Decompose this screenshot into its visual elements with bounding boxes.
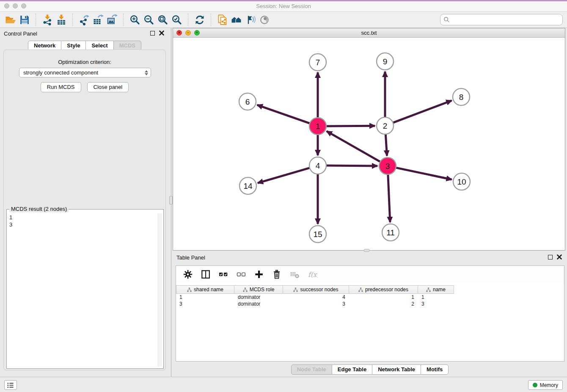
delete-icon[interactable] bbox=[272, 269, 283, 280]
edge-4-14[interactable] bbox=[258, 168, 310, 183]
column-type-icon bbox=[243, 287, 248, 292]
edge-3-10[interactable] bbox=[396, 168, 452, 179]
criterion-dropdown[interactable]: strongly connected component bbox=[19, 68, 151, 77]
tab-motifs[interactable]: Motifs bbox=[421, 364, 449, 375]
svg-text:f(x): f(x) bbox=[308, 271, 318, 279]
table-row[interactable]: 1dominator411 bbox=[176, 294, 454, 301]
horizontal-splitter-handle[interactable] bbox=[364, 249, 369, 252]
optimization-criterion-label: Optimization criterion: bbox=[4, 59, 165, 65]
column-type-icon bbox=[358, 287, 363, 292]
run-mcds-button[interactable]: Run MCDS bbox=[41, 82, 81, 92]
toolbar-separator bbox=[123, 14, 124, 26]
node-label-10: 10 bbox=[457, 177, 466, 186]
table-cell[interactable]: 1 bbox=[418, 294, 454, 301]
search-box[interactable] bbox=[440, 14, 563, 25]
edge-1-6[interactable] bbox=[257, 105, 310, 124]
function-builder-icon: f(x) bbox=[307, 269, 318, 280]
save-session-icon[interactable] bbox=[17, 13, 31, 27]
result-scrollbar[interactable] bbox=[158, 213, 162, 367]
open-session-icon[interactable] bbox=[3, 13, 17, 27]
tab-edge-table[interactable]: Edge Table bbox=[332, 364, 372, 375]
network-window-titlebar[interactable]: ✕ − + scc.txt bbox=[173, 28, 565, 38]
float-panel-icon[interactable] bbox=[150, 31, 155, 36]
mcds-result-box: MCDS result (2 nodes) 1 3 bbox=[6, 209, 164, 369]
column-header-shared-name[interactable]: shared name bbox=[176, 285, 234, 294]
column-header-name[interactable]: name bbox=[418, 285, 454, 294]
node-label-9: 9 bbox=[383, 57, 388, 66]
deselect-all-icon[interactable] bbox=[236, 269, 247, 280]
column-header-successor-nodes[interactable]: successor nodes bbox=[283, 285, 349, 294]
vertical-splitter-handle[interactable] bbox=[169, 196, 173, 204]
export-image-icon[interactable] bbox=[105, 13, 119, 27]
export-table-icon[interactable] bbox=[91, 13, 105, 27]
select-all-icon[interactable] bbox=[218, 269, 229, 280]
table-cell[interactable]: 3 bbox=[418, 301, 454, 307]
node-table-container: f(x) shared nameMCDS rolesuccessor nodes… bbox=[176, 265, 564, 362]
zoom-selected-icon[interactable] bbox=[170, 13, 184, 27]
table-row[interactable]: 3dominator323 bbox=[176, 301, 454, 307]
hide-graphics-details-icon[interactable] bbox=[243, 13, 257, 27]
show-columns-icon[interactable] bbox=[201, 269, 212, 280]
column-type-icon bbox=[293, 287, 298, 292]
float-table-panel-icon[interactable] bbox=[548, 255, 553, 259]
task-history-button[interactable] bbox=[4, 380, 17, 390]
titlebar-accent bbox=[0, 0, 567, 1]
close-panel-icon[interactable] bbox=[159, 30, 164, 36]
edge-2-3[interactable] bbox=[385, 134, 387, 156]
close-panel-button[interactable]: Close panel bbox=[87, 82, 129, 92]
network-canvas[interactable]: 1234678910111415 bbox=[173, 38, 565, 250]
tab-network-table[interactable]: Network Table bbox=[372, 364, 421, 375]
export-network-icon[interactable] bbox=[77, 13, 91, 27]
tab-node-table[interactable]: Node Table bbox=[291, 364, 332, 375]
dropdown-stepper-icon bbox=[145, 70, 148, 75]
criterion-value: strongly connected component bbox=[23, 69, 142, 76]
delete-table-icon bbox=[289, 269, 300, 280]
eye-icon[interactable] bbox=[257, 13, 271, 27]
column-header-predecessor-nodes[interactable]: predecessor nodes bbox=[349, 285, 418, 294]
node-label-7: 7 bbox=[316, 58, 320, 67]
zoom-out-icon[interactable] bbox=[142, 13, 156, 27]
control-panel: Control Panel NetworkStyleSelectMCDS Opt… bbox=[0, 28, 169, 377]
table-settings-icon[interactable] bbox=[183, 269, 194, 280]
network-window: ✕ − + scc.txt 1234678910111415 bbox=[173, 28, 565, 251]
new-network-file-icon[interactable] bbox=[215, 13, 229, 27]
table-cell[interactable]: 1 bbox=[176, 294, 234, 301]
import-table-icon[interactable] bbox=[54, 13, 68, 27]
toolbar-separator bbox=[188, 14, 188, 26]
zoom-fit-icon[interactable] bbox=[156, 13, 170, 27]
network-view[interactable]: 1234678910111415 bbox=[173, 38, 565, 250]
close-table-panel-icon[interactable] bbox=[557, 254, 562, 259]
mcds-result-text[interactable]: 1 3 bbox=[8, 213, 157, 367]
mcds-panel: Optimization criterion: strongly connect… bbox=[3, 50, 166, 370]
node-label-6: 6 bbox=[245, 97, 250, 106]
add-icon[interactable] bbox=[254, 269, 265, 280]
node-label-11: 11 bbox=[386, 228, 395, 237]
edge-1-2[interactable] bbox=[326, 126, 375, 126]
edge-3-11[interactable] bbox=[388, 174, 390, 222]
memory-button[interactable]: Memory bbox=[528, 380, 563, 390]
import-network-icon[interactable] bbox=[40, 13, 54, 27]
table-cell[interactable]: 4 bbox=[283, 294, 349, 301]
list-icon bbox=[7, 382, 14, 388]
edge-4-3[interactable] bbox=[326, 166, 377, 166]
table-cell[interactable]: 3 bbox=[176, 301, 234, 307]
window-titlebar[interactable]: Session: New Session bbox=[0, 0, 567, 12]
search-input[interactable] bbox=[452, 17, 559, 23]
table-cell[interactable]: dominator bbox=[234, 301, 283, 307]
edge-3-1[interactable] bbox=[327, 131, 380, 162]
refresh-view-icon[interactable] bbox=[193, 13, 206, 27]
memory-label: Memory bbox=[540, 382, 558, 388]
edge-2-8[interactable] bbox=[393, 101, 452, 123]
toolbar-separator bbox=[72, 14, 73, 26]
network-overview-icon[interactable] bbox=[229, 13, 243, 27]
column-header-MCDS-role[interactable]: MCDS role bbox=[234, 285, 283, 294]
table-cell[interactable]: 3 bbox=[283, 301, 349, 307]
toolbar-separator bbox=[211, 14, 211, 26]
node-label-15: 15 bbox=[313, 230, 322, 239]
zoom-in-icon[interactable] bbox=[128, 13, 142, 27]
node-label-14: 14 bbox=[243, 182, 253, 190]
table-cell[interactable]: 1 bbox=[349, 294, 418, 301]
column-type-icon bbox=[187, 287, 192, 292]
table-cell[interactable]: 2 bbox=[349, 301, 418, 307]
table-cell[interactable]: dominator bbox=[234, 294, 283, 301]
